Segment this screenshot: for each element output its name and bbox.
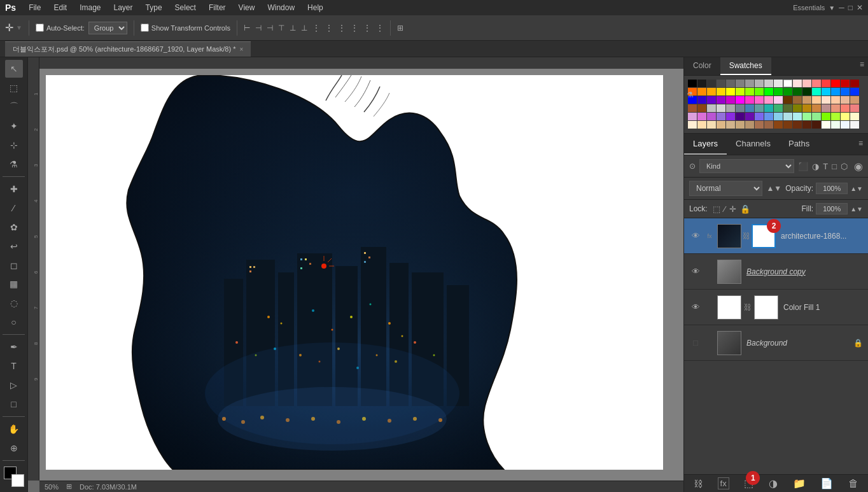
swatch-68[interactable] xyxy=(764,104,773,112)
swatch-97[interactable] xyxy=(850,113,859,120)
swatch-75[interactable] xyxy=(831,104,840,112)
swatch-8[interactable] xyxy=(764,80,773,87)
swatch-2[interactable] xyxy=(707,80,716,87)
adjustment-layer-icon[interactable]: ◑ xyxy=(769,477,778,489)
swatch-114[interactable] xyxy=(822,121,830,129)
swatch-51[interactable] xyxy=(802,96,811,104)
swatch-76[interactable] xyxy=(841,104,850,112)
crop-tool-btn[interactable]: ⊹ xyxy=(5,136,23,154)
swatch-77[interactable] xyxy=(850,104,859,112)
layers-menu-icon[interactable]: ≡ xyxy=(858,139,863,148)
swatch-47[interactable] xyxy=(764,96,773,104)
menu-file[interactable]: File xyxy=(24,3,46,12)
swatch-67[interactable] xyxy=(755,104,764,112)
swatch-21[interactable] xyxy=(707,88,716,95)
swatch-red[interactable] xyxy=(831,80,840,87)
workspace-dropdown-icon[interactable]: ▼ xyxy=(829,4,835,11)
menu-select[interactable]: Select xyxy=(170,3,201,12)
align-center-h-icon[interactable]: ⊣ xyxy=(255,24,262,32)
swatch-7[interactable] xyxy=(755,80,764,87)
swatch-74[interactable] xyxy=(822,104,830,112)
swatch-115[interactable] xyxy=(831,121,840,129)
align-center-v-icon[interactable]: ⊥ xyxy=(290,24,296,32)
color-swatches[interactable] xyxy=(4,467,24,487)
marquee-tool-btn[interactable]: ⬚ xyxy=(5,79,23,97)
swatch-88[interactable] xyxy=(764,113,773,120)
swatch-85[interactable] xyxy=(736,113,745,120)
gradient-btn[interactable]: ▦ xyxy=(5,275,23,293)
swatch-86[interactable] xyxy=(745,113,754,120)
swatch-65[interactable] xyxy=(736,104,745,112)
swatch-3[interactable] xyxy=(717,80,725,87)
menu-window[interactable]: Window xyxy=(262,3,300,12)
shape-filter-icon[interactable]: □ xyxy=(832,162,837,171)
swatches-tab[interactable]: Swatches xyxy=(720,57,771,75)
swatch-33[interactable] xyxy=(822,88,830,95)
link-layers-icon[interactable]: ⛓ xyxy=(694,479,703,489)
layer-row-background[interactable]: □ Background 🔒 xyxy=(684,325,868,361)
swatch-116[interactable] xyxy=(841,121,850,129)
align-top-icon[interactable]: ⊤ xyxy=(278,24,284,32)
color-tab[interactable]: Color xyxy=(684,57,720,75)
fill-input[interactable] xyxy=(816,203,848,214)
swatch-117[interactable] xyxy=(850,121,859,129)
swatch-110[interactable] xyxy=(783,121,792,129)
swatch-91[interactable] xyxy=(793,113,802,120)
distribute-top-icon[interactable]: ⋮ xyxy=(351,24,358,32)
swatch-100[interactable] xyxy=(688,121,697,129)
swatch-14[interactable] xyxy=(822,80,830,87)
swatch-28[interactable] xyxy=(774,88,783,95)
swatch-41[interactable] xyxy=(707,96,716,104)
lock-transparent-icon[interactable]: ⬚ xyxy=(713,204,720,214)
swatch-12[interactable] xyxy=(802,80,811,87)
clone-stamp-btn[interactable]: ✿ xyxy=(5,218,23,236)
swatch-white[interactable] xyxy=(783,80,792,87)
swatch-52[interactable] xyxy=(812,96,821,104)
swatch-24[interactable] xyxy=(736,88,745,95)
opacity-input[interactable] xyxy=(816,183,848,194)
swatch-62[interactable] xyxy=(707,104,716,112)
arrange-icon[interactable]: ⊞ xyxy=(397,24,403,32)
lasso-tool-btn[interactable]: ⌒ xyxy=(5,98,23,116)
layer-eye-4[interactable]: □ xyxy=(689,337,702,349)
layer-row-bg-copy[interactable]: 👁 Background copy xyxy=(684,254,868,290)
swatch-80[interactable] xyxy=(688,113,697,120)
swatch-5[interactable] xyxy=(736,80,745,87)
swatch-11[interactable] xyxy=(793,80,802,87)
magic-wand-btn[interactable]: ✦ xyxy=(5,117,23,135)
swatch-1[interactable] xyxy=(697,80,706,87)
canvas-area[interactable]: /* ticks rendered via JS below */ 0 1. 2… xyxy=(28,57,683,492)
swatch-66[interactable] xyxy=(745,104,754,112)
swatch-102[interactable] xyxy=(707,121,716,129)
swatch-50[interactable] xyxy=(793,96,802,104)
move-tool-btn[interactable]: ↖ xyxy=(5,60,23,78)
swatch-40[interactable] xyxy=(697,96,706,104)
canvas-content[interactable] xyxy=(39,69,683,481)
swatch-34[interactable] xyxy=(831,88,840,95)
swatch-72[interactable] xyxy=(802,104,811,112)
swatch-56[interactable] xyxy=(850,96,859,104)
swatch-96[interactable] xyxy=(841,113,850,120)
tab-close-btn[interactable]: × xyxy=(240,46,244,53)
swatch-64[interactable] xyxy=(726,104,735,112)
swatch-103[interactable] xyxy=(717,121,725,129)
fx-icon[interactable]: fx xyxy=(718,477,729,489)
blend-dropdown-icon[interactable]: ▲▼ xyxy=(766,184,781,193)
swatch-63[interactable] xyxy=(717,104,725,112)
channels-tab[interactable]: Channels xyxy=(727,134,780,155)
swatch-109[interactable] xyxy=(774,121,783,129)
swatch-111[interactable] xyxy=(793,121,802,129)
pixel-filter-icon[interactable]: ⬛ xyxy=(798,162,808,171)
align-left-icon[interactable]: ⊢ xyxy=(244,24,250,32)
swatch-83[interactable] xyxy=(717,113,725,120)
swatch-60[interactable] xyxy=(688,104,697,112)
blend-mode-select[interactable]: Normal xyxy=(689,181,762,196)
menu-help[interactable]: Help xyxy=(302,3,328,12)
swatch-90[interactable] xyxy=(783,113,792,120)
kind-select[interactable]: Kind xyxy=(699,159,794,173)
auto-select-checkbox[interactable] xyxy=(36,24,44,32)
show-transform-checkbox[interactable] xyxy=(141,24,149,32)
distribute-bottom-icon[interactable]: ⋮ xyxy=(376,24,384,32)
swatch-112[interactable] xyxy=(802,121,811,129)
swatch-4[interactable] xyxy=(726,80,735,87)
